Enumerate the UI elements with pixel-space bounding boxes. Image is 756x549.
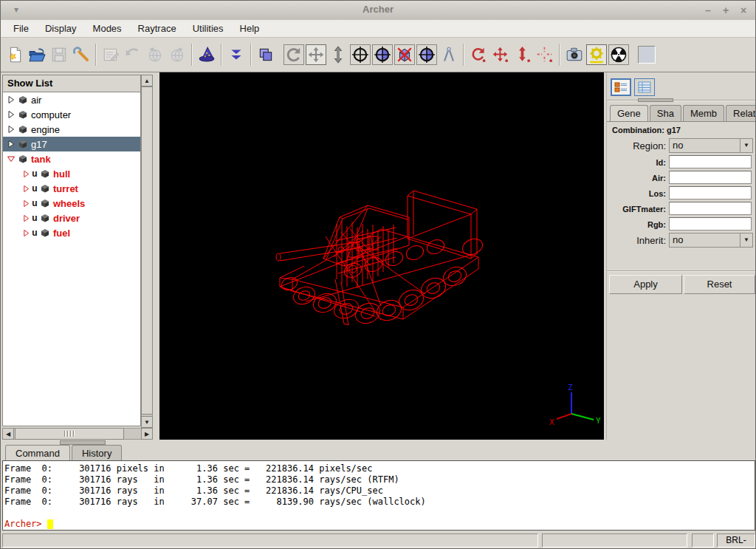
raytrace-button[interactable] — [586, 44, 607, 65]
undo-button[interactable] — [122, 43, 144, 67]
angle-measure-button[interactable] — [438, 43, 460, 67]
chevron-down-icon[interactable]: ▼ — [740, 139, 752, 152]
region-dropdown[interactable]: no ▼ — [669, 138, 753, 153]
tab-relative-edit[interactable]: Relative E — [726, 105, 756, 122]
giftmater-field[interactable] — [669, 202, 752, 215]
expander-icon[interactable] — [6, 95, 16, 104]
rotate-arrow-icon — [285, 46, 303, 64]
autoview-button[interactable] — [372, 44, 393, 65]
overlap-views-button[interactable] — [255, 43, 277, 67]
solid-cube-icon — [38, 183, 52, 194]
menu-file[interactable]: File — [5, 21, 37, 36]
tab-general[interactable]: Gene — [610, 105, 648, 122]
tree-vscroll-thumb[interactable] — [141, 86, 153, 415]
camera-icon — [566, 46, 583, 64]
global-redo-button[interactable] — [166, 43, 188, 67]
tree-item-wheels[interactable]: u wheels — [3, 196, 140, 211]
center-view-button[interactable] — [350, 44, 371, 65]
close-button[interactable]: × — [736, 3, 751, 18]
menu-raytrace[interactable]: Raytrace — [130, 21, 185, 36]
menu-help[interactable]: Help — [232, 21, 268, 36]
minimize-button[interactable]: – — [701, 3, 715, 18]
edit-translate-button[interactable] — [489, 43, 512, 67]
reset-button[interactable]: Reset — [684, 275, 755, 294]
edit-scale-button[interactable] — [512, 43, 534, 67]
id-field[interactable] — [669, 155, 752, 168]
radiation-icon — [610, 46, 628, 64]
archer-window: ▾ Archer – + × File Display Modes Raytra… — [0, 0, 756, 549]
scroll-left-button[interactable]: ◀ — [2, 428, 14, 440]
framebuffer-button[interactable] — [636, 43, 658, 67]
expander-icon[interactable] — [6, 140, 16, 149]
expander-icon[interactable] — [21, 170, 31, 178]
air-field[interactable] — [669, 171, 752, 184]
expander-icon[interactable] — [6, 110, 16, 119]
expander-icon[interactable] — [21, 214, 31, 222]
solid-cube-icon — [38, 168, 52, 179]
scroll-right-button[interactable]: ▶ — [141, 428, 153, 440]
tree-view-toggle-button[interactable] — [611, 78, 631, 96]
viewport-3d[interactable]: Z Y X — [159, 72, 604, 440]
command-terminal[interactable]: Frame 0: 301716 pixels in 1.36 sec = 221… — [2, 460, 755, 531]
edit-center-button[interactable] — [534, 43, 556, 67]
collapse-all-button[interactable] — [225, 43, 247, 67]
union-op-label: u — [31, 198, 38, 208]
maximize-button[interactable]: + — [718, 3, 733, 18]
tab-command[interactable]: Command — [5, 445, 70, 461]
collapse-icon[interactable] — [6, 155, 16, 163]
menu-modes[interactable]: Modes — [85, 21, 130, 36]
tab-members[interactable]: Memb — [683, 105, 724, 122]
attributes-edit-button[interactable] — [100, 43, 122, 67]
rgb-label: Rgb: — [607, 220, 666, 229]
tree-item-fuel[interactable]: u fuel — [3, 225, 140, 240]
menu-display[interactable]: Display — [37, 21, 85, 36]
clear-view-button[interactable] — [394, 44, 415, 65]
tree-item-driver[interactable]: u driver — [3, 211, 140, 225]
tree-item-hull[interactable]: u hull — [3, 166, 140, 181]
nuke-button[interactable] — [608, 44, 629, 65]
tab-shader[interactable]: Sha — [650, 105, 681, 122]
union-op-label: u — [31, 168, 38, 179]
tree-item-g17[interactable]: g17 — [3, 137, 140, 151]
status-mode-panel — [692, 533, 714, 548]
tree-item-engine[interactable]: engine — [3, 122, 140, 137]
chevron-down-icon[interactable]: ▼ — [740, 233, 752, 247]
los-field[interactable] — [669, 186, 752, 200]
tab-history[interactable]: History — [72, 445, 122, 461]
zoom-view-button[interactable] — [327, 43, 349, 67]
pan-arrows-icon — [307, 46, 325, 64]
caliper-icon — [440, 46, 458, 64]
panel-sash-handle[interactable] — [638, 98, 673, 102]
tree-item-air[interactable]: air — [3, 92, 140, 107]
tree-item-turret[interactable]: u turret — [3, 181, 140, 196]
expander-icon[interactable] — [21, 185, 31, 193]
global-undo-button[interactable] — [144, 43, 166, 67]
rotate-view-button[interactable] — [284, 44, 304, 65]
notepad-icon — [102, 46, 120, 64]
open-file-button[interactable] — [26, 43, 48, 67]
list-view-toggle-button[interactable] — [634, 78, 655, 96]
new-file-button[interactable] — [4, 43, 26, 67]
menu-utilities[interactable]: Utilities — [185, 21, 232, 36]
tree-hscroll-thumb[interactable] — [15, 428, 124, 440]
edit-rotate-button[interactable] — [467, 43, 489, 67]
tree-item-computer[interactable]: computer — [3, 107, 140, 122]
expander-icon[interactable] — [6, 125, 16, 134]
combination-label: Combination: — [612, 126, 664, 134]
preferences-button[interactable] — [70, 43, 92, 67]
scroll-down-button[interactable]: ▼ — [141, 416, 153, 428]
refresh-view-button[interactable] — [416, 44, 437, 65]
rgb-field[interactable] — [669, 217, 752, 231]
expander-icon[interactable] — [21, 229, 31, 237]
pan-view-button[interactable] — [306, 44, 326, 65]
general-tab-body: Combination: g17 Region: no ▼ Id: Air: L… — [607, 121, 756, 270]
expander-icon[interactable] — [21, 200, 31, 208]
save-button[interactable] — [48, 43, 70, 67]
tree-item-tank[interactable]: tank — [3, 151, 140, 166]
wizard-button[interactable] — [196, 43, 218, 67]
snapshot-button[interactable] — [563, 43, 585, 67]
apply-button[interactable]: Apply — [609, 275, 682, 294]
inherit-dropdown[interactable]: no ▼ — [669, 233, 753, 248]
scroll-up-button[interactable]: ▲ — [141, 75, 153, 86]
title-bar[interactable]: ▾ Archer – + × — [1, 1, 755, 21]
